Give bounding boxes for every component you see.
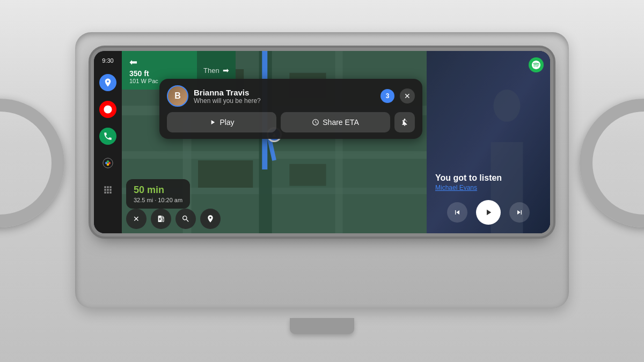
time-display: 9:30 bbox=[102, 57, 113, 64]
media-controls bbox=[435, 200, 541, 225]
turn-arrow-icon: ⬅ bbox=[129, 56, 137, 68]
sender-name: Brianna Travis bbox=[194, 88, 375, 97]
gas-station-button[interactable] bbox=[151, 209, 171, 229]
track-artist: Michael Evans bbox=[435, 184, 541, 191]
trip-info: 50 min 32.5 mi · 10:20 am bbox=[126, 179, 190, 209]
sidebar-icon-youtube[interactable] bbox=[99, 101, 116, 118]
sidebar-icon-grid[interactable] bbox=[99, 181, 116, 198]
map-controls: ✕ bbox=[126, 209, 422, 229]
avatar-initial: B bbox=[174, 91, 181, 101]
trip-time: 50 min bbox=[134, 184, 182, 196]
steering-wheel-right bbox=[580, 99, 644, 227]
sender-avatar: B bbox=[167, 85, 188, 107]
mute-button[interactable] bbox=[394, 112, 415, 132]
svg-point-0 bbox=[103, 158, 113, 168]
play-pause-button[interactable] bbox=[476, 200, 501, 225]
turn-distance: 350 ft bbox=[129, 69, 149, 78]
sidebar-icon-assistant[interactable] bbox=[99, 154, 116, 172]
notification-header: B Brianna Travis When will you be here? … bbox=[167, 85, 415, 107]
play-label: Play bbox=[219, 118, 234, 127]
share-eta-label: Share ETA bbox=[323, 118, 358, 127]
svg-point-3 bbox=[107, 160, 109, 163]
svg-point-4 bbox=[107, 164, 109, 166]
dashboard: 9:30 bbox=[0, 0, 644, 362]
notification-actions: Play Share ETA bbox=[167, 112, 415, 132]
cancel-route-button[interactable]: ✕ bbox=[126, 209, 147, 229]
sidebar-icon-phone[interactable] bbox=[99, 128, 116, 145]
close-notification-button[interactable]: ✕ bbox=[400, 88, 415, 104]
svg-rect-16 bbox=[198, 160, 253, 188]
previous-track-button[interactable] bbox=[447, 202, 467, 223]
sidebar-icon-maps[interactable] bbox=[99, 74, 116, 91]
notification-overlay: B Brianna Travis When will you be here? … bbox=[159, 79, 422, 139]
main-screen: 9:30 bbox=[94, 51, 550, 233]
trip-details: 32.5 mi · 10:20 am bbox=[134, 197, 182, 203]
screen-mount bbox=[290, 318, 354, 334]
share-eta-button[interactable]: Share ETA bbox=[281, 112, 390, 132]
pin-button[interactable] bbox=[200, 209, 221, 229]
search-button[interactable] bbox=[175, 209, 196, 229]
nav-area: ⬅ 350 ft 101 W Pac Then ➡ ▲ 50 min 32.5 … bbox=[122, 51, 427, 233]
then-label: Then bbox=[203, 67, 219, 75]
notification-text: Brianna Travis When will you be here? bbox=[194, 88, 375, 105]
spotify-icon bbox=[529, 57, 544, 72]
notification-message: When will you be here? bbox=[194, 97, 375, 105]
notification-badge: 3 bbox=[380, 89, 394, 103]
svg-rect-17 bbox=[289, 164, 326, 186]
play-button[interactable]: Play bbox=[167, 112, 276, 132]
left-sidebar: 9:30 bbox=[94, 51, 122, 233]
track-title: You got to listen bbox=[435, 173, 541, 183]
media-content: You got to listen Michael Evans bbox=[427, 51, 550, 233]
next-track-button[interactable] bbox=[509, 202, 530, 223]
media-panel: You got to listen Michael Evans bbox=[427, 51, 550, 233]
steering-wheel-left bbox=[0, 99, 64, 227]
turn-street: 101 W Pac bbox=[129, 78, 158, 84]
then-arrow-icon: ➡ bbox=[223, 66, 229, 75]
